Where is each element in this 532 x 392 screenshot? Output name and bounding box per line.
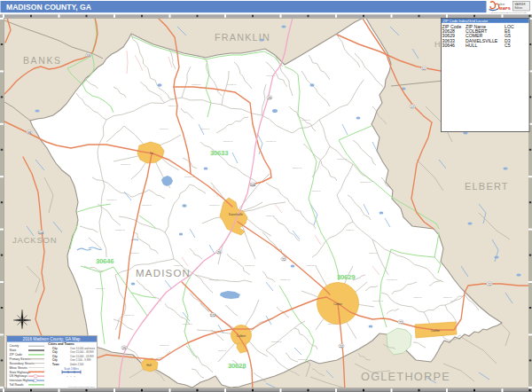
svg-text:Colbert: Colbert	[237, 334, 246, 338]
svg-text:Comer: Comer	[333, 302, 343, 306]
svg-text:onedrb rd: onedrb rd	[227, 83, 237, 86]
svg-text:nnomcm rd: nnomcm rd	[360, 181, 372, 184]
svg-text:onnbmn rd: onnbmn rd	[184, 176, 195, 178]
svg-text:nrsstt rd: nrsstt rd	[346, 229, 354, 231]
svg-text:172: 172	[210, 314, 215, 318]
svg-text:MAPS: MAPS	[499, 6, 511, 11]
svg-text:Hull: Hull	[146, 364, 152, 367]
svg-text:mtnaes rd: mtnaes rd	[209, 278, 219, 281]
svg-text:ELBERT: ELBERT	[465, 181, 509, 192]
svg-text:MADISON COUNTY, GA: MADISON COUNTY, GA	[6, 3, 91, 12]
svg-text:H: H	[434, 40, 441, 49]
svg-text:98: 98	[27, 131, 31, 135]
svg-text:30628: 30628	[228, 362, 246, 370]
svg-text:JACKSON: JACKSON	[12, 235, 57, 245]
svg-text:sortea rd: sortea rd	[160, 128, 168, 130]
svg-text:Over 10,000 and more: Over 10,000 and more	[70, 347, 95, 350]
svg-text:amcsom rd: amcsom rd	[372, 300, 383, 302]
svg-text:72: 72	[488, 283, 491, 286]
svg-text:obbbbn rd: obbbbn rd	[115, 229, 125, 231]
svg-text:2016 Madison County, GA Map: 2016 Madison County, GA Map	[23, 337, 81, 341]
svg-text:FRANKLIN: FRANKLIN	[215, 32, 270, 43]
svg-text:nrbnem rd: nrbnem rd	[124, 314, 135, 317]
svg-text:30629: 30629	[337, 273, 356, 281]
svg-text:Primary Streets: Primary Streets	[10, 357, 31, 361]
svg-text:dnodnm rd: dnodnm rd	[209, 204, 220, 207]
svg-text:edceem rd: edceem rd	[106, 199, 117, 201]
svg-text:City: City	[52, 350, 58, 354]
svg-text:30646: 30646	[96, 257, 114, 265]
svg-text:US Highways: US Highways	[10, 374, 28, 378]
svg-text:30646: 30646	[442, 43, 456, 48]
svg-text:sreors rd: sreors rd	[312, 190, 321, 192]
svg-text:Carlton: Carlton	[431, 329, 441, 333]
svg-text:BANKS: BANKS	[23, 55, 62, 66]
svg-text:ntnebn rd: ntnebn rd	[328, 323, 338, 325]
svg-text:ccsatb rd: ccsatb rd	[301, 119, 310, 122]
svg-text:72: 72	[282, 258, 286, 262]
svg-text:Under 2,500: Under 2,500	[70, 363, 84, 366]
svg-text:30633: 30633	[210, 149, 229, 157]
svg-text:baoncc rd: baoncc rd	[183, 323, 192, 325]
svg-text:rrmtbn rd: rrmtbn rd	[174, 264, 183, 267]
svg-text:HULL: HULL	[466, 43, 477, 48]
svg-text:Scale 1:Miles: Scale 1:Miles	[64, 367, 79, 371]
svg-text:mscbce rd: mscbce rd	[266, 140, 277, 143]
svg-text:mbnana rd: mbnana rd	[271, 341, 282, 343]
svg-text:City: City	[52, 358, 58, 362]
svg-text:59: 59	[87, 54, 90, 58]
svg-text:MADISON: MADISON	[136, 268, 191, 278]
svg-text:rmbesd rd: rmbesd rd	[307, 264, 317, 267]
svg-text:mtemct rd: mtemct rd	[142, 204, 152, 207]
svg-text:dnsaad rd: dnsaad rd	[121, 163, 130, 166]
svg-text:City: City	[52, 347, 58, 350]
svg-text:Over 25,000 - 49,999: Over 25,000 - 49,999	[70, 350, 94, 354]
svg-text:22: 22	[340, 345, 343, 349]
svg-text:mnbett rd: mnbett rd	[192, 83, 201, 86]
svg-text:29: 29	[217, 251, 221, 255]
svg-text:stsrmn rd: stsrmn rd	[293, 167, 302, 169]
svg-text:ZIP Code: ZIP Code	[10, 353, 22, 357]
svg-text:Over 10,000 - 24,999: Over 10,000 - 24,999	[70, 355, 94, 358]
svg-text:Over 2,500 - 9,999: Over 2,500 - 9,999	[70, 358, 91, 362]
svg-text:ctabrd rd: ctabrd rd	[443, 296, 452, 299]
svg-text:ccstnb rd: ccstnb rd	[413, 296, 422, 299]
svg-text:Copyright MarkerMaps 2016: Copyright MarkerMaps 2016	[68, 386, 96, 388]
svg-text:51: 51	[422, 67, 426, 71]
svg-text:City: City	[52, 355, 58, 358]
svg-text:nbbttr rd: nbbttr rd	[266, 215, 275, 217]
svg-text:embsrd rd: embsrd rd	[245, 264, 254, 267]
svg-text:Ila: Ila	[150, 152, 153, 155]
svg-text:bmcras rd: bmcras rd	[129, 252, 139, 255]
svg-text:29: 29	[122, 347, 126, 350]
svg-text:Minor Streets: Minor Streets	[10, 366, 27, 370]
svg-text:County: County	[10, 344, 20, 348]
svg-text:106: 106	[250, 184, 255, 187]
svg-text:tboobb rd: tboobb rd	[223, 140, 233, 143]
svg-text:29: 29	[268, 97, 271, 100]
svg-text:ctodbm rd: ctodbm rd	[280, 278, 290, 281]
svg-text:Town: Town	[52, 363, 59, 366]
svg-text:bnbdns rd: bnbdns rd	[160, 344, 169, 347]
svg-text:106: 106	[38, 231, 43, 235]
svg-text:OGLETHORPE: OGLETHORPE	[361, 370, 450, 383]
svg-text:Danielsville: Danielsville	[229, 213, 243, 216]
svg-text:State Highways: State Highways	[10, 371, 31, 374]
svg-text:satreo rd: satreo rd	[168, 105, 177, 107]
svg-text:nrdrrt rd: nrdrrt rd	[218, 349, 226, 352]
svg-text:Toll Roads: Toll Roads	[10, 383, 24, 387]
svg-text:Edition: Edition	[515, 6, 523, 10]
svg-text:eotnos rd: eotnos rd	[266, 74, 276, 77]
svg-text:0 1 2: 0 1 2	[66, 375, 75, 378]
svg-text:obmsns rd: obmsns rd	[298, 358, 309, 361]
svg-text:emssba rd: emssba rd	[337, 158, 348, 161]
svg-text:ZIP Code Index/Grid Locator: ZIP Code Index/Grid Locator	[443, 19, 489, 23]
svg-text:taaonn rd: taaonn rd	[200, 128, 210, 130]
svg-text:America's Leading Street & Ref: America's Leading Street & Reference Map	[489, 12, 528, 13]
svg-text:C5: C5	[505, 43, 511, 48]
svg-text:dmcbrt rd: dmcbrt rd	[96, 287, 106, 290]
svg-text:17: 17	[411, 106, 414, 109]
svg-text:72: 72	[399, 321, 403, 325]
svg-text:State: State	[10, 349, 17, 352]
svg-text:rastea rd: rastea rd	[369, 252, 378, 255]
